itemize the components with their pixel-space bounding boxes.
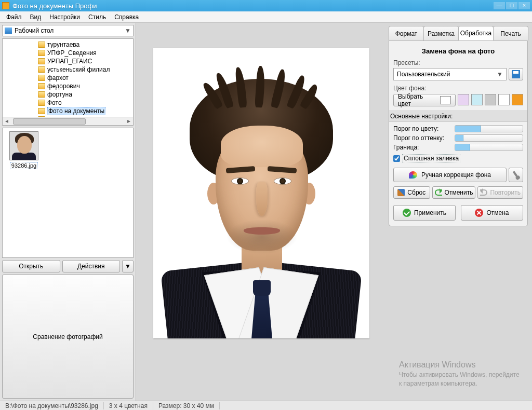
desktop-icon <box>5 28 12 34</box>
open-button[interactable]: Открыть <box>2 260 60 272</box>
reset-button[interactable]: Сброс <box>393 186 430 199</box>
folder-label: турунтаева <box>47 41 79 48</box>
folder-label: фархот <box>47 74 69 81</box>
title-bar: Фото на документы Профи — □ × <box>0 0 532 11</box>
main-settings-header: Основные настройки: <box>389 111 527 122</box>
folder-item[interactable]: фархот <box>4 74 132 82</box>
folder-item[interactable]: Фото на документы <box>4 107 132 115</box>
menu-help[interactable]: Справка <box>110 12 143 22</box>
folder-item[interactable]: федорович <box>4 82 132 90</box>
left-panel: Рабочий стол ▼ турунтаеваУПФР_СведенияУР… <box>0 23 136 401</box>
menu-file[interactable]: Файл <box>2 12 26 22</box>
status-path: B:\Фото на документы\93286.jpg <box>0 402 104 409</box>
undo-icon <box>435 189 442 196</box>
scroll-thumb[interactable] <box>13 118 86 125</box>
scroll-right-icon[interactable]: ▸ <box>125 117 133 126</box>
actions-button[interactable]: Действия <box>62 260 121 272</box>
tab-layout[interactable]: Разметка <box>423 26 459 40</box>
slider-color-threshold[interactable] <box>455 125 523 132</box>
status-size: Размер: 30 x 40 мм <box>153 402 220 409</box>
undo-button[interactable]: Отменить <box>432 186 476 199</box>
folder-label: УРПАП_ЕГАИС <box>47 58 92 65</box>
color-swatch[interactable] <box>485 94 496 105</box>
menu-bar: Файл Вид Настройки Стиль Справка <box>0 11 532 23</box>
minimize-button[interactable]: — <box>494 2 505 9</box>
scroll-left-icon[interactable]: ◂ <box>3 117 11 126</box>
folder-item[interactable]: УРПАП_ЕГАИС <box>4 57 132 65</box>
drive-selector[interactable]: Рабочий стол ▼ <box>2 25 134 36</box>
thumbnail-item[interactable]: 93286.jpg <box>6 131 42 169</box>
folder-icon <box>38 108 45 114</box>
color-swatch[interactable] <box>512 94 523 105</box>
menu-settings[interactable]: Настройки <box>45 12 84 22</box>
cancel-icon <box>475 209 483 217</box>
folder-label: устькеньский филиал <box>47 66 110 73</box>
chevron-down-icon: ▼ <box>125 27 131 34</box>
panel-title: Замена фона на фото <box>393 47 523 55</box>
presets-label: Пресеты: <box>393 59 523 66</box>
status-mode: 3 x 4 цветная <box>104 402 153 409</box>
tree-hscrollbar[interactable]: ◂ ▸ <box>3 117 133 125</box>
folder-icon <box>38 91 45 98</box>
canvas-area <box>136 23 387 401</box>
folder-item[interactable]: турунтаева <box>4 40 132 49</box>
redo-button[interactable]: Повторить <box>477 186 523 199</box>
manual-correction-button[interactable]: Ручная коррекция фона <box>393 168 507 182</box>
eyedropper-icon <box>513 171 519 179</box>
thumbnail-filename: 93286.jpg <box>10 162 38 169</box>
compare-button[interactable]: Сравнение фотографий <box>2 275 134 399</box>
menu-style[interactable]: Стиль <box>84 12 110 22</box>
folder-item[interactable]: устькеньский филиал <box>4 65 132 74</box>
thumbnail-image <box>9 131 38 160</box>
status-bar: B:\Фото на документы\93286.jpg 3 x 4 цве… <box>0 401 532 410</box>
apply-button[interactable]: Применить <box>393 205 456 221</box>
actions-dropdown[interactable]: ▼ <box>122 260 134 272</box>
maximize-button[interactable]: □ <box>506 2 517 9</box>
folder-label: Фото на документы <box>47 107 105 115</box>
solid-fill-label: Сплошная заливка <box>402 154 460 162</box>
tab-process[interactable]: Обработка <box>458 26 494 40</box>
color-swatch[interactable] <box>498 94 510 105</box>
right-panel: Формат Разметка Обработка Печать Замена … <box>387 23 532 401</box>
folder-item[interactable]: Фото <box>4 99 132 107</box>
palette-icon <box>409 171 417 179</box>
eyedropper-button[interactable] <box>509 168 523 182</box>
folder-icon <box>38 100 45 106</box>
folder-label: УПФР_Сведения <box>47 49 97 57</box>
chevron-down-icon: ▼ <box>497 71 503 78</box>
folder-tree: турунтаеваУПФР_СведенияУРПАП_ЕГАИСустьке… <box>2 38 134 126</box>
color-swatch[interactable] <box>458 94 469 105</box>
color-swatch[interactable] <box>471 94 483 105</box>
folder-icon <box>38 75 45 81</box>
menu-view[interactable]: Вид <box>26 12 46 22</box>
slider-edge[interactable] <box>455 144 523 151</box>
thumbnail-area: 93286.jpg <box>2 128 134 258</box>
app-icon <box>2 2 9 9</box>
tab-print[interactable]: Печать <box>493 26 528 40</box>
slider-hue-threshold[interactable] <box>455 134 523 142</box>
cancel-button[interactable]: Отмена <box>461 205 523 221</box>
windows-activation-watermark: Активация Windows Чтобы активировать Win… <box>399 359 524 388</box>
folder-label: фортуна <box>47 91 72 98</box>
close-button[interactable]: × <box>518 2 530 9</box>
check-icon <box>403 209 411 217</box>
save-preset-button[interactable] <box>509 68 523 80</box>
tab-format[interactable]: Формат <box>389 26 424 40</box>
tab-bar: Формат Разметка Обработка Печать <box>389 26 528 40</box>
solid-fill-checkbox[interactable] <box>393 155 400 162</box>
folder-item[interactable]: фортуна <box>4 90 132 99</box>
folder-label: федорович <box>47 83 80 90</box>
preset-select[interactable]: Пользовательский ▼ <box>393 68 507 80</box>
folder-item[interactable]: УПФР_Сведения <box>4 49 132 57</box>
pick-color-label: Выбрать цвет <box>398 93 436 107</box>
preset-value: Пользовательский <box>397 71 450 78</box>
folder-label: Фото <box>47 99 62 106</box>
slider-hue-threshold-label: Порог по оттенку: <box>393 134 451 142</box>
folder-icon <box>38 83 45 89</box>
folder-icon <box>38 42 45 48</box>
folder-icon <box>38 58 45 64</box>
drive-label: Рабочий стол <box>15 27 125 34</box>
photo-canvas[interactable] <box>153 48 369 338</box>
redo-icon <box>480 189 487 196</box>
pick-color-button[interactable]: Выбрать цвет <box>393 94 456 106</box>
